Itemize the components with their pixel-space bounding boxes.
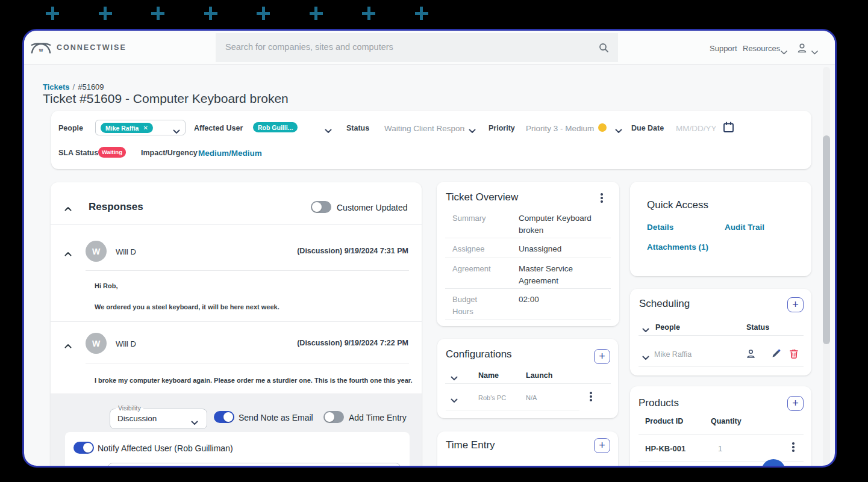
profile-chevron-down-icon[interactable] — [811, 46, 818, 57]
sla-status-badge: Waiting — [98, 147, 126, 158]
schedule-person: Mike Raffia — [654, 350, 692, 359]
response-collapse-chevron-up-icon[interactable] — [64, 248, 72, 259]
product-quantity: 1 — [718, 444, 722, 453]
configuration-row-chevron-down-icon[interactable] — [451, 395, 458, 406]
overview-row-label: Summary — [452, 212, 486, 224]
breadcrumb-tickets-link[interactable]: Tickets — [43, 82, 70, 91]
ticket-overview-title: Ticket Overview — [446, 191, 518, 203]
ticket-overview-card: Ticket Overview Summary Computer Keyboar… — [437, 182, 619, 326]
status-chevron-down-icon[interactable] — [469, 125, 476, 136]
visibility-select[interactable]: Discussion — [110, 409, 207, 429]
people-select[interactable]: Mike Raffia✕ — [95, 120, 186, 135]
app-window: w CONNECTWISE Search for companies, site… — [22, 29, 837, 468]
response-message-line: Hi Rob, — [95, 282, 118, 289]
divider — [445, 288, 611, 289]
schedule-person-icon[interactable] — [746, 349, 755, 361]
schedule-row-chevron-down-icon[interactable] — [642, 352, 649, 363]
attachments-link[interactable]: Attachments (1) — [647, 243, 708, 252]
send-note-as-email-label: Send Note as Email — [239, 413, 313, 422]
desktop: w CONNECTWISE Search for companies, site… — [0, 0, 868, 482]
divider — [445, 383, 611, 384]
schedule-edit-pencil-icon[interactable] — [772, 349, 781, 360]
products-col-quantity: Quantity — [711, 417, 742, 425]
quick-access-title: Quick Access — [647, 199, 708, 211]
resources-menu[interactable]: Resources — [743, 44, 780, 53]
affected-user-chip[interactable]: Rob Guilli... — [253, 122, 298, 132]
affected-user-chevron-down-icon[interactable] — [325, 125, 332, 136]
scheduling-col-status: Status — [746, 323, 769, 332]
time-entry-title: Time Entry — [446, 439, 495, 451]
scheduling-expand-chevron-down-icon[interactable] — [642, 324, 649, 335]
divider — [51, 224, 422, 225]
configurations-expand-chevron-down-icon[interactable] — [451, 372, 458, 383]
compose-section: Discussion Visibility Send Note as Email… — [51, 394, 422, 468]
breadcrumb: Tickets/#51609 — [43, 82, 104, 91]
products-card: Products + Product ID Quantity HP-KB-001… — [630, 386, 811, 468]
products-col-id: Product ID — [645, 417, 683, 425]
divider — [86, 270, 409, 271]
visibility-chevron-down-icon[interactable] — [191, 417, 198, 428]
due-date-input[interactable]: MM/DD/YYYY — [676, 124, 716, 133]
audit-trail-link[interactable]: Audit Trail — [725, 223, 764, 232]
user-profile-icon[interactable] — [797, 43, 807, 56]
overview-row-label: Assignee — [452, 243, 484, 255]
priority-chevron-down-icon[interactable] — [615, 125, 622, 136]
global-search-input[interactable]: Search for companies, sites and computer… — [216, 33, 618, 62]
time-entry-card: Time Entry + — [437, 431, 618, 468]
visibility-value: Discussion — [117, 414, 157, 423]
desktop-plus-icon — [46, 7, 59, 20]
desktop-plus-icon — [151, 7, 164, 20]
add-product-button[interactable]: + — [787, 396, 804, 411]
overview-row-value: Computer Keyboard broken — [519, 212, 610, 236]
overview-row-value: Unassigned — [519, 243, 610, 255]
divider — [445, 238, 611, 238]
divider — [446, 410, 579, 410]
divider — [445, 320, 611, 320]
overview-row-value: Master Service Agreement — [519, 263, 610, 287]
ticket-overview-kebab-menu-icon[interactable] — [601, 193, 603, 203]
response-author: Will D — [116, 339, 136, 348]
scheduling-card: Scheduling + People Status Mike Raffia — [630, 289, 811, 375]
avatar: W — [86, 333, 107, 354]
configuration-name[interactable]: Rob's PC — [478, 394, 506, 401]
people-chip[interactable]: Mike Raffia✕ — [101, 123, 153, 133]
responses-card: Responses Customer Updated W Will D (Dis… — [51, 182, 422, 468]
desktop-plus-icon — [415, 7, 428, 20]
product-id: HP-KB-001 — [645, 444, 685, 453]
add-time-entry-toggle[interactable] — [323, 411, 344, 423]
divider — [639, 434, 804, 435]
compose-note-panel: Notify Affected User (Rob Guilliman) — [65, 432, 410, 468]
chip-remove-icon[interactable]: ✕ — [143, 125, 148, 131]
calendar-icon[interactable] — [723, 122, 734, 135]
add-time-entry-button[interactable]: + — [594, 438, 610, 453]
response-collapse-chevron-up-icon[interactable] — [64, 340, 72, 351]
priority-value[interactable]: Priority 3 - Medium — [526, 124, 594, 133]
resources-chevron-down-icon[interactable] — [781, 46, 787, 57]
response-message-line: I broke my computer keyboard again. Plea… — [95, 377, 413, 384]
search-icon[interactable] — [599, 43, 609, 55]
customer-updated-toggle[interactable] — [311, 201, 331, 213]
support-link[interactable]: Support — [710, 44, 737, 53]
add-configuration-button[interactable]: + — [594, 349, 610, 364]
overview-row-value: 02:00 — [519, 294, 610, 306]
divider — [86, 363, 409, 363]
scrollbar-thumb[interactable] — [823, 135, 830, 344]
people-chevron-down-icon[interactable] — [173, 126, 180, 137]
note-text-input[interactable] — [108, 463, 401, 468]
desktop-plus-icon — [310, 7, 323, 20]
configuration-kebab-menu-icon[interactable] — [590, 392, 592, 401]
notify-affected-user-toggle[interactable] — [73, 442, 94, 454]
details-link[interactable]: Details — [647, 223, 673, 232]
schedule-delete-trash-icon[interactable] — [790, 349, 798, 361]
send-note-as-email-toggle[interactable] — [214, 411, 234, 423]
status-value[interactable]: Waiting Client Response — [384, 124, 465, 133]
responses-collapse-chevron-up-icon[interactable] — [64, 203, 72, 214]
response-author: Will D — [116, 247, 136, 256]
impact-urgency-value[interactable]: Medium/Medium — [198, 149, 262, 158]
add-schedule-button[interactable]: + — [787, 297, 804, 312]
product-kebab-menu-icon[interactable] — [792, 442, 795, 452]
configurations-col-name: Name — [478, 371, 499, 380]
scheduling-col-people: People — [655, 323, 680, 332]
desktop-plus-icon — [99, 7, 112, 20]
people-label: People — [58, 124, 83, 132]
